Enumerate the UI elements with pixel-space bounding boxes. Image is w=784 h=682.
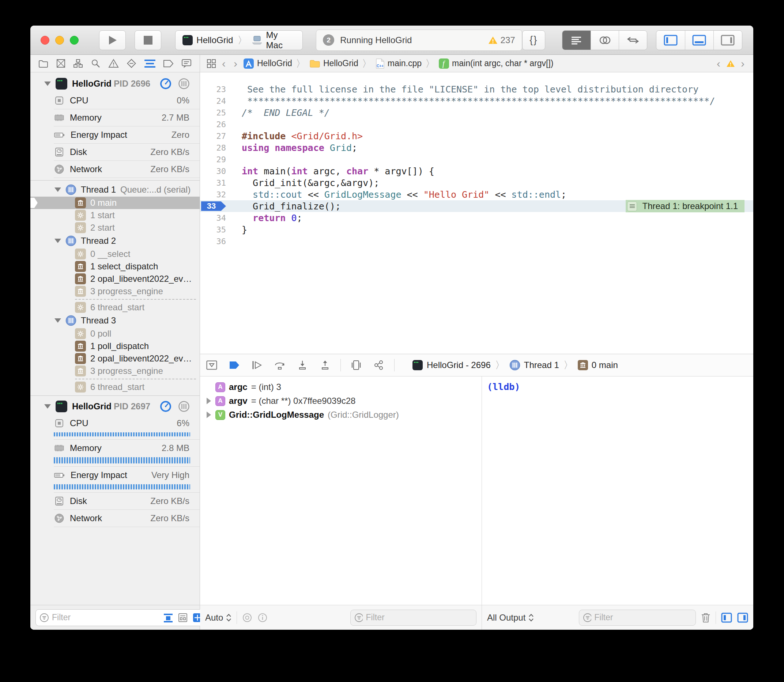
console-output[interactable]: (lldb) [482,376,753,605]
activity-status-bar[interactable]: 2 Running HelloGrid 237 [316,30,522,51]
line-number[interactable]: 27 [200,132,226,141]
show-running-processes-icon[interactable] [163,613,173,623]
line-number[interactable]: 36 [200,237,226,246]
source-editor[interactable]: 23 See the full license in the file "LIC… [200,72,753,354]
stack-frame-row[interactable]: 0 main [30,197,200,209]
debug-thread-crumb[interactable]: Thread 1 [524,360,559,370]
annotation-menu-icon[interactable] [627,201,637,211]
stat-row-memory[interactable]: Memory2.8 MB [30,440,200,456]
gutter[interactable]: 33 [200,200,226,212]
line-number[interactable]: 30 [200,167,226,176]
breakpoint-navigator-icon[interactable] [163,59,174,68]
disclosure-triangle-icon[interactable] [207,398,211,404]
disclosure-triangle-icon[interactable] [54,239,61,243]
breakpoint-annotation[interactable]: Thread 1: breakpoint 1.1 [626,200,744,212]
step-into-button[interactable] [295,360,310,370]
toggle-navigator-button[interactable] [656,31,685,50]
debug-frame-crumb[interactable]: 0 main [592,360,618,370]
console-filter-input[interactable] [594,613,692,622]
line-number[interactable]: 26 [200,120,226,129]
run-button[interactable] [99,30,126,50]
disclosure-triangle-icon[interactable] [207,411,211,418]
stack-frame-row[interactable]: 1 select_dispatch [30,260,200,272]
thread-row[interactable]: Thread 2 [30,234,200,248]
debug-navigator-icon[interactable] [144,59,155,69]
stat-row-memory[interactable]: Memory2.7 MB [30,109,200,126]
disclosure-triangle-icon[interactable] [54,318,61,323]
zoom-window-button[interactable] [70,36,78,45]
variables-scope-selector[interactable]: Auto [205,613,232,623]
breakpoint-indicator[interactable]: 33 [201,201,226,211]
jumpbar-crumb-cppfile[interactable]: C++main.cpp [375,58,422,69]
stack-frame-row[interactable]: 0 __select [30,248,200,260]
debug-process-crumb[interactable]: HelloGrid - 2696 [427,360,491,370]
go-forward-button[interactable]: › [232,58,240,69]
stat-row-disk[interactable]: DiskZero KB/s [30,143,200,161]
show-stack-frames-icon[interactable] [178,613,188,623]
step-out-button[interactable] [318,360,332,370]
thread-row[interactable]: Thread 3 [30,314,200,327]
stat-row-network[interactable]: NetworkZero KB/s [30,510,200,527]
columns-gauge-icon[interactable] [178,78,190,90]
jumpbar-crumb-function[interactable]: fmain(int argc, char * argv[]) [439,59,553,69]
toggle-inspector-button[interactable] [714,31,742,50]
line-number[interactable]: 23 [200,85,226,94]
previous-issue-button[interactable]: ‹ [715,58,723,69]
code-snippets-button[interactable]: {} [522,30,545,50]
assistant-editor-button[interactable] [591,31,619,50]
line-number[interactable]: 25 [200,108,226,117]
quicklook-icon[interactable] [242,613,252,623]
line-number[interactable]: 31 [200,178,226,188]
disclosure-triangle-icon[interactable] [44,81,51,86]
stack-frame-row[interactable]: 2 start [30,221,200,234]
line-number[interactable]: 34 [200,214,226,223]
line-number[interactable]: 32 [200,190,226,199]
stat-row-network[interactable]: NetworkZero KB/s [30,161,200,178]
next-issue-button[interactable]: › [739,58,747,69]
process-row[interactable]: HelloGridPID 2697 [30,398,200,415]
sidebar-filter-field[interactable] [35,609,207,626]
trash-icon[interactable] [701,612,711,623]
warning-icon[interactable] [726,60,735,68]
disclosure-triangle-icon[interactable] [44,404,51,409]
stop-button[interactable] [134,30,161,50]
stack-frame-row[interactable]: 1 start [30,209,200,221]
stack-frame-row[interactable]: 6 thread_start [30,301,200,314]
test-navigator-icon[interactable] [126,58,137,69]
line-number[interactable]: 29 [200,155,226,164]
sidebar-filter-input[interactable] [52,613,160,622]
step-over-button[interactable] [272,360,287,370]
variable-row[interactable]: Aargc= (int) 3 [200,380,482,394]
toggle-variables-pane-icon[interactable] [721,613,732,623]
console-filter-field[interactable] [579,610,696,626]
stat-row-cpu[interactable]: CPU0% [30,92,200,109]
toggle-console-pane-icon[interactable] [737,613,748,623]
process-row[interactable]: HelloGridPID 2696 [30,75,200,92]
related-items-icon[interactable] [207,59,216,69]
cpu-gauge-icon[interactable] [160,400,172,413]
project-navigator-icon[interactable] [38,59,48,69]
stat-row-disk[interactable]: DiskZero KB/s [30,493,200,510]
scheme-selector[interactable]: HelloGrid 〉 My Mac [175,30,303,50]
breakpoints-toggle-button[interactable] [227,361,242,370]
disclosure-triangle-icon[interactable] [54,188,61,192]
columns-gauge-icon[interactable] [178,400,190,413]
thread-row[interactable]: Thread 1Queue:...d (serial) [30,183,200,197]
stat-row-energy-impact[interactable]: Energy ImpactVery High [30,467,200,484]
console-scope-selector[interactable]: All Output [487,613,534,623]
stack-frame-row[interactable]: 6 thread_start [30,381,200,393]
line-number[interactable]: 35 [200,225,226,234]
debug-view-hierarchy-button[interactable] [349,360,364,370]
stack-frame-row[interactable]: 2 opal_libevent2022_ev… [30,352,200,365]
cpu-gauge-icon[interactable] [160,78,172,90]
stack-frame-row[interactable]: 0 poll [30,327,200,340]
continue-button[interactable] [250,360,264,370]
stat-row-cpu[interactable]: CPU6% [30,415,200,432]
standard-editor-button[interactable] [562,31,591,50]
variables-filter-field[interactable] [350,610,476,626]
minimize-window-button[interactable] [55,36,64,45]
stat-row-energy-impact[interactable]: Energy ImpactZero [30,126,200,143]
info-icon[interactable] [257,613,268,623]
go-back-button[interactable]: ‹ [220,58,228,69]
find-navigator-icon[interactable] [91,59,101,69]
